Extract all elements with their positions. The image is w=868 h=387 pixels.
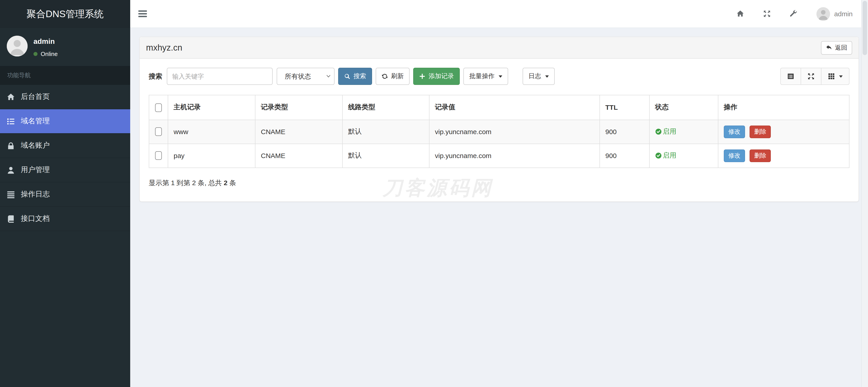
- reply-icon: [826, 45, 832, 50]
- refresh-icon: [381, 73, 388, 79]
- expand-icon: [807, 73, 815, 80]
- panel-heading: mxhyz.cn 返回: [140, 37, 859, 59]
- plus-icon: [419, 73, 426, 79]
- search-input[interactable]: [167, 68, 273, 85]
- user-icon: [7, 166, 15, 174]
- cell-line-type: 默认: [342, 144, 429, 168]
- main-area: admin mxhyz.cn 返回 搜索: [130, 0, 868, 387]
- scrollbar[interactable]: [861, 0, 868, 387]
- book-icon: [7, 215, 15, 223]
- sidebar-user-status[interactable]: Online: [33, 50, 58, 57]
- edit-button[interactable]: 修改: [724, 149, 745, 162]
- cell-record-type: CNAME: [255, 120, 342, 144]
- list-alt-icon: [787, 73, 794, 80]
- sidebar-item-后台首页: 后台首页: [0, 85, 130, 109]
- cell-line-type: 默认: [342, 120, 429, 144]
- lock-icon: [7, 142, 15, 150]
- caret-down-icon: [545, 75, 549, 77]
- cell-record-value: vip.yuncname.com: [429, 120, 600, 144]
- status-filter: 所有状态: [277, 68, 335, 85]
- fullscreen-icon[interactable]: [763, 10, 771, 17]
- sidebar-section-label: 功能导航: [0, 66, 130, 85]
- panel-body: 搜索 所有状态 搜索: [140, 59, 859, 196]
- records-table: 主机记录记录类型线路类型记录值TTL状态操作 www CNAME 默认 vip.…: [149, 95, 849, 168]
- caret-down-icon: [499, 75, 502, 77]
- columns-dropdown-button[interactable]: [821, 68, 849, 85]
- online-status-dot: [33, 52, 37, 56]
- toolbar: 搜索 所有状态 搜索: [149, 68, 849, 85]
- sidebar-item-用户管理: 用户管理: [0, 158, 130, 182]
- delete-button[interactable]: 删除: [749, 125, 771, 138]
- status-filter-select[interactable]: 所有状态: [277, 68, 335, 85]
- column-header: 记录值: [429, 95, 600, 120]
- table-view-controls: [780, 68, 849, 85]
- search-icon: [344, 73, 350, 79]
- home-icon[interactable]: [737, 10, 744, 17]
- table-row: www CNAME 默认 vip.yuncname.com 900 启用 修改 …: [149, 120, 849, 144]
- cell-host: pay: [168, 144, 255, 168]
- th-list-icon: [7, 190, 15, 199]
- add-record-button[interactable]: 添加记录: [413, 68, 460, 85]
- detail-view-button[interactable]: [780, 68, 801, 85]
- sidebar-nav: 后台首页 域名管理 域名账户 用户管理 操作日志 接口文档: [0, 85, 130, 231]
- column-header: TTL: [600, 95, 649, 120]
- select-all-checkbox[interactable]: [155, 103, 162, 112]
- row-checkbox[interactable]: [155, 151, 162, 160]
- sidebar: 聚合DNS管理系统 admin Online 功能导航 后台首页 域名管理: [0, 0, 130, 387]
- log-dropdown[interactable]: 日志: [523, 68, 555, 85]
- sidebar-user-status-label: Online: [41, 50, 58, 57]
- sidebar-item-域名账户: 域名账户: [0, 134, 130, 158]
- top-navbar: admin: [130, 0, 868, 28]
- app-logo[interactable]: 聚合DNS管理系统: [0, 0, 130, 28]
- search-button[interactable]: 搜索: [338, 68, 372, 85]
- navbar-user-name: admin: [834, 10, 852, 17]
- cell-ttl: 900: [600, 144, 649, 168]
- cell-record-value: vip.yuncname.com: [429, 144, 600, 168]
- sidebar-item-域名管理: 域名管理: [0, 109, 130, 134]
- cell-status: 启用: [649, 120, 718, 144]
- cell-actions: 修改 删除: [718, 120, 849, 144]
- user-avatar: [7, 36, 28, 57]
- column-header: 操作: [718, 95, 849, 120]
- cell-status: 启用: [649, 144, 718, 168]
- row-checkbox[interactable]: [155, 128, 162, 136]
- domain-records-panel: mxhyz.cn 返回 搜索 所有状态: [139, 37, 859, 202]
- app-root: 聚合DNS管理系统 admin Online 功能导航 后台首页 域名管理: [0, 0, 868, 387]
- content-area: mxhyz.cn 返回 搜索 所有状态: [130, 28, 868, 387]
- delete-button[interactable]: 删除: [749, 149, 771, 162]
- select-all-checkbox-cell: [149, 95, 168, 120]
- navbar-right: admin: [737, 7, 852, 21]
- cell-ttl: 900: [600, 120, 649, 144]
- list-ul-icon: [7, 117, 15, 125]
- pagination-info: 显示第 1 到第 2 条, 总共 2 条: [149, 179, 849, 187]
- page-title: mxhyz.cn: [146, 43, 182, 52]
- sidebar-item-操作日志: 操作日志: [0, 182, 130, 207]
- edit-button[interactable]: 修改: [724, 125, 745, 138]
- grid-icon: [828, 73, 835, 80]
- bulk-actions-dropdown[interactable]: 批量操作: [463, 68, 508, 85]
- column-header: 主机记录: [168, 95, 255, 120]
- back-button[interactable]: 返回: [821, 41, 852, 55]
- caret-down-icon: [839, 75, 843, 77]
- table-row: pay CNAME 默认 vip.yuncname.com 900 启用 修改 …: [149, 144, 849, 168]
- cell-actions: 修改 删除: [718, 144, 849, 168]
- column-header: 记录类型: [255, 95, 342, 120]
- check-circle-icon: [655, 128, 662, 135]
- search-label: 搜索: [149, 72, 162, 81]
- table-header-row: 主机记录记录类型线路类型记录值TTL状态操作: [149, 95, 849, 120]
- cell-host: www: [168, 120, 255, 144]
- sidebar-item-接口文档: 接口文档: [0, 207, 130, 231]
- wrench-icon[interactable]: [790, 10, 798, 17]
- user-menu[interactable]: admin: [816, 7, 852, 21]
- home-icon: [7, 93, 15, 101]
- refresh-button[interactable]: 刷新: [376, 68, 410, 85]
- column-header: 状态: [649, 95, 718, 120]
- sidebar-user-panel: admin Online: [0, 28, 130, 66]
- scrollbar-thumb[interactable]: [863, 1, 867, 55]
- column-header: 线路类型: [342, 95, 429, 120]
- navbar-avatar: [816, 7, 830, 21]
- sidebar-user-name: admin: [33, 37, 58, 46]
- table-fullscreen-button[interactable]: [801, 68, 822, 85]
- cell-record-type: CNAME: [255, 144, 342, 168]
- sidebar-toggle-icon[interactable]: [138, 10, 147, 17]
